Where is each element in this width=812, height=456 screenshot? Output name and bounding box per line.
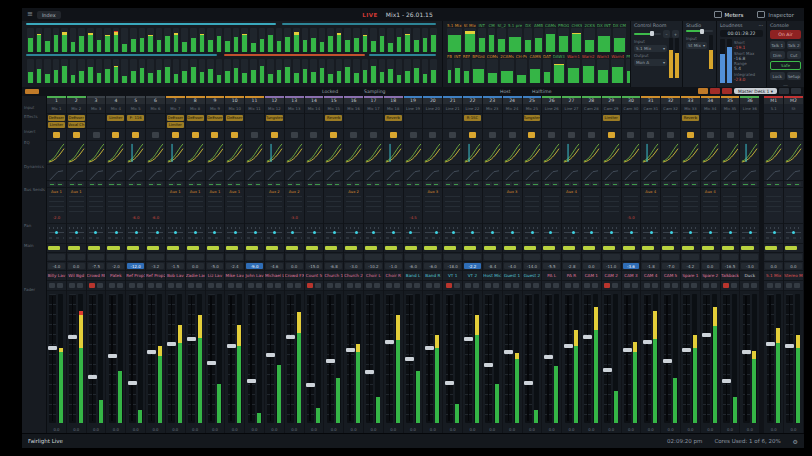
fader-handle[interactable] — [524, 381, 533, 385]
fader-handle[interactable] — [266, 353, 275, 357]
insert-toggle-button[interactable] — [231, 132, 238, 138]
mute-button[interactable] — [767, 283, 773, 288]
fader-track[interactable] — [465, 294, 472, 423]
track-name[interactable]: CAM 4 — [641, 271, 660, 281]
bus-assign-cells[interactable] — [106, 181, 125, 188]
aux-value-box[interactable] — [443, 253, 462, 262]
track-name[interactable]: CAM 1 — [582, 271, 601, 281]
pan-dot[interactable] — [213, 231, 216, 234]
channel-header[interactable]: 21 — [443, 96, 462, 104]
effects-row[interactable] — [740, 114, 759, 129]
channel-header[interactable]: 32 — [661, 96, 680, 104]
eq-thumbnail[interactable] — [562, 141, 581, 165]
insert-toggle-button[interactable] — [687, 132, 694, 138]
pan-dot[interactable] — [409, 231, 412, 234]
main-assign-chip[interactable] — [603, 246, 615, 250]
eq-thumbnail[interactable] — [681, 141, 700, 165]
fader-track[interactable] — [148, 294, 155, 423]
aux-value-box[interactable] — [740, 253, 759, 262]
pan-dot[interactable] — [174, 231, 177, 234]
fader-value-box[interactable]: -6.0 — [405, 263, 422, 269]
pan-dot[interactable] — [291, 231, 294, 234]
pan-dot[interactable] — [590, 231, 593, 234]
input-row[interactable]: Mic 23 — [483, 104, 502, 114]
mute-button[interactable] — [228, 283, 234, 288]
effects-row[interactable]: F- 116 — [126, 114, 145, 129]
channel-header[interactable]: 31 — [641, 96, 660, 104]
effect-chip-1[interactable]: DeEsser — [68, 115, 85, 121]
solo-button[interactable] — [137, 283, 143, 288]
studio-input-select[interactable]: St Mix▾ — [686, 42, 707, 49]
bus-assign-cells[interactable] — [87, 181, 106, 188]
fader-track[interactable] — [188, 294, 195, 423]
mute-button[interactable] — [188, 283, 194, 288]
fader-track[interactable] — [49, 294, 56, 423]
aux-value-box[interactable] — [87, 253, 106, 262]
fader-track[interactable] — [287, 294, 294, 423]
pan-control[interactable] — [582, 224, 601, 244]
bus-sends-row[interactable]: Aux 1 — [186, 188, 205, 224]
channel-header[interactable]: 16 — [344, 96, 363, 104]
aux-value-box[interactable] — [166, 253, 185, 262]
solo-button[interactable] — [632, 283, 638, 288]
pan-dot[interactable] — [372, 231, 375, 234]
bus-assign-cells[interactable] — [146, 181, 165, 188]
bus-assign-cells[interactable] — [641, 181, 660, 188]
dynamics-thumbnail[interactable] — [265, 165, 284, 181]
pan-dot[interactable] — [94, 231, 97, 234]
eq-thumbnail[interactable] — [443, 141, 462, 165]
pan-control[interactable] — [764, 224, 783, 244]
channel-header[interactable]: 27 — [562, 96, 581, 104]
fader-handle[interactable] — [247, 379, 256, 383]
channel-header[interactable]: 2 — [67, 96, 86, 104]
input-row[interactable]: Mic 16 — [344, 104, 363, 114]
eq-thumbnail[interactable] — [324, 141, 343, 165]
bus-sends-row[interactable]: Aux 2 — [265, 188, 284, 224]
input-row[interactable]: Line 21 — [443, 104, 462, 114]
bus-assign-cells[interactable] — [740, 181, 759, 188]
dynamics-thumbnail[interactable] — [67, 165, 86, 181]
insert-toggle-button[interactable] — [548, 132, 555, 138]
control-room-output-select[interactable]: Mon A▾ — [634, 59, 667, 66]
bus-assign-cells[interactable] — [404, 181, 423, 188]
main-assign-chip[interactable] — [484, 246, 496, 250]
main-assign-chip[interactable] — [246, 246, 258, 250]
pan-control[interactable] — [443, 224, 462, 244]
main-assign-chip[interactable] — [226, 246, 238, 250]
pan-control[interactable] — [384, 224, 403, 244]
mute-button[interactable] — [347, 283, 353, 288]
channel-header[interactable]: 15 — [324, 96, 343, 104]
fader-handle[interactable] — [286, 335, 295, 339]
pan-control[interactable] — [146, 224, 165, 244]
pan-dot[interactable] — [792, 231, 795, 234]
fader-track[interactable] — [565, 294, 572, 423]
dynamics-thumbnail[interactable] — [166, 165, 185, 181]
fader-track[interactable] — [129, 294, 136, 423]
solo-button[interactable] — [573, 283, 579, 288]
solo-button[interactable] — [335, 283, 341, 288]
pan-control[interactable] — [404, 224, 423, 244]
pan-dot[interactable] — [392, 231, 395, 234]
bus-sends-row[interactable] — [661, 188, 680, 224]
input-row[interactable]: Line 22 — [463, 104, 482, 114]
effects-row[interactable] — [764, 114, 783, 129]
insert-toggle-button[interactable] — [291, 132, 298, 138]
bus-sends-row[interactable] — [582, 188, 601, 224]
solo-button[interactable] — [236, 283, 242, 288]
dynamics-thumbnail[interactable] — [87, 165, 106, 181]
fader-handle[interactable] — [544, 355, 553, 359]
channel-header[interactable]: 36 — [740, 96, 759, 104]
dynamics-thumbnail[interactable] — [285, 165, 304, 181]
fader-track[interactable] — [228, 294, 235, 423]
bus-sends-row[interactable]: -4.5 — [404, 188, 423, 224]
dynamics-thumbnail[interactable] — [542, 165, 561, 181]
main-assign-chip[interactable] — [623, 246, 635, 250]
dynamics-thumbnail[interactable] — [186, 165, 205, 181]
mute-button[interactable] — [664, 283, 670, 288]
effect-chip-2[interactable]: Limiter — [48, 122, 65, 128]
dynamics-thumbnail[interactable] — [344, 165, 363, 181]
dynamics-thumbnail[interactable] — [324, 165, 343, 181]
pan-control[interactable] — [602, 224, 621, 244]
bus-sends-row[interactable]: Aux 4 — [562, 188, 581, 224]
fader-track[interactable] — [525, 294, 532, 423]
